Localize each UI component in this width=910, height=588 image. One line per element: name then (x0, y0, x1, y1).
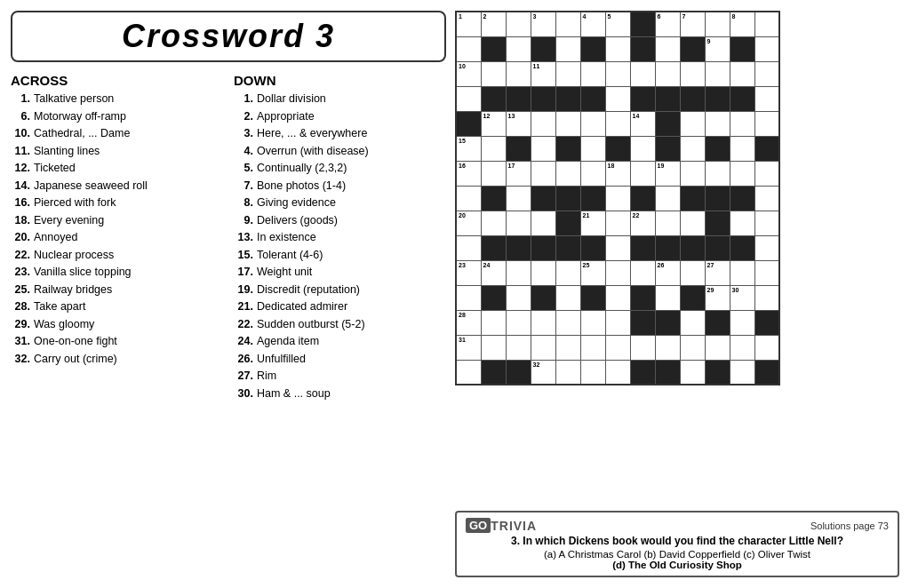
grid-cell-3-10 (705, 86, 730, 111)
clue-number: 4. (234, 144, 253, 160)
grid-cell-13-1 (481, 335, 506, 360)
clue-number: 14. (11, 179, 30, 195)
grid-cell-4-9 (680, 111, 705, 136)
cell-number-24: 24 (483, 262, 491, 268)
grid-cell-8-4 (555, 211, 580, 235)
grid-cell-10-4 (555, 260, 580, 285)
cell-number-28: 28 (459, 312, 466, 318)
grid-cell-14-2 (506, 360, 531, 385)
grid-cell-10-1: 24 (481, 260, 506, 285)
grid-cell-1-2 (506, 36, 531, 61)
clue-item: 16.Pierced with fork (11, 195, 223, 211)
cell-number-17: 17 (508, 163, 515, 169)
grid-cell-12-5 (580, 310, 605, 335)
grid-cell-8-1 (481, 211, 506, 235)
grid-cell-2-8 (655, 61, 680, 86)
grid-cell-8-3 (531, 211, 555, 235)
cell-number-23: 23 (459, 262, 466, 268)
cell-number-15: 15 (459, 138, 466, 144)
clue-text: Ham & ... soup (257, 386, 446, 402)
grid-cell-5-7 (630, 136, 655, 161)
clue-number: 32. (11, 352, 30, 368)
grid-cell-12-9 (680, 310, 705, 335)
clue-item: 4.Overrun (with disease) (234, 144, 446, 160)
cell-number-14: 14 (633, 113, 640, 119)
grid-cell-13-7 (630, 335, 655, 360)
grid-cell-12-7 (630, 310, 655, 335)
grid-cell-7-4 (555, 186, 580, 211)
clue-number: 22. (234, 317, 253, 333)
clue-item: 3.Here, ... & everywhere (234, 126, 446, 142)
grid-cell-14-4 (555, 360, 580, 385)
grid-cell-11-7 (630, 285, 655, 310)
clue-item: 22.Nuclear process (11, 248, 223, 264)
trivia-logo: GOTRIVIA (466, 518, 537, 533)
across-clues-list: 1.Talkative person6.Motorway off-ramp10.… (11, 91, 223, 367)
grid-cell-14-0 (456, 360, 481, 385)
clue-number: 21. (234, 299, 253, 315)
cell-number-30: 30 (732, 287, 739, 293)
cell-number-9: 9 (707, 38, 711, 44)
trivia-box: GOTRIVIA Solutions page 73 3. In which D… (455, 511, 899, 577)
grid-cell-2-2 (506, 61, 531, 86)
grid-cell-14-7 (630, 360, 655, 385)
clue-number: 30. (234, 386, 253, 402)
grid-cell-8-8 (655, 211, 680, 235)
clue-text: Agenda item (257, 334, 446, 350)
cell-number-7: 7 (682, 13, 686, 20)
clue-item: 11.Slanting lines (11, 144, 223, 160)
grid-cell-6-4 (555, 161, 580, 186)
grid-cell-14-10 (705, 360, 730, 385)
grid-cell-7-7 (630, 186, 655, 211)
clue-text: Continually (2,3,2) (257, 161, 446, 177)
grid-cell-5-12 (754, 136, 779, 161)
grid-cell-7-2 (506, 186, 531, 211)
grid-cell-13-5 (580, 335, 605, 360)
clue-text: Bone photos (1-4) (257, 179, 446, 195)
grid-cell-10-0: 23 (456, 260, 481, 285)
grid-cell-11-12 (754, 285, 779, 310)
clue-item: 22.Sudden outburst (5-2) (234, 317, 446, 333)
clue-number: 17. (234, 265, 253, 281)
grid-cell-8-7: 22 (630, 211, 655, 235)
grid-cell-9-11 (730, 235, 754, 260)
grid-cell-6-1 (481, 161, 506, 186)
grid-cell-13-0: 31 (456, 335, 481, 360)
down-clues-list: 1.Dollar division2.Appropriate3.Here, ..… (234, 91, 446, 401)
clue-item: 24.Agenda item (234, 334, 446, 350)
grid-cell-6-3 (531, 161, 555, 186)
grid-cell-4-10 (705, 111, 730, 136)
clue-item: 12.Ticketed (11, 161, 223, 177)
cell-number-10: 10 (459, 63, 466, 69)
grid-cell-7-1 (481, 186, 506, 211)
grid-cell-13-6 (605, 335, 630, 360)
grid-cell-9-3 (531, 235, 555, 260)
clue-number: 8. (234, 195, 253, 211)
grid-cell-4-11 (730, 111, 754, 136)
clue-item: 1.Dollar division (234, 91, 446, 107)
clue-text: Rim (257, 369, 446, 385)
cell-number-11: 11 (533, 63, 540, 69)
across-column: ACROSS 1.Talkative person6.Motorway off-… (11, 73, 223, 577)
grid-cell-1-10: 9 (705, 36, 730, 61)
grid-cell-2-6 (605, 61, 630, 86)
clue-item: 21.Dedicated admirer (234, 299, 446, 315)
grid-cell-4-12 (754, 111, 779, 136)
grid-cell-5-0: 15 (456, 136, 481, 161)
clue-number: 5. (234, 161, 253, 177)
clue-number: 2. (234, 109, 253, 125)
clue-number: 1. (234, 91, 253, 107)
grid-cell-7-12 (754, 186, 779, 211)
grid-cell-13-11 (730, 335, 754, 360)
cell-number-27: 27 (707, 262, 714, 268)
clue-item: 30.Ham & ... soup (234, 386, 446, 402)
grid-cell-4-6 (605, 111, 630, 136)
clue-item: 31.One-on-one fight (11, 334, 223, 350)
grid-cell-1-12 (754, 36, 779, 61)
grid-cell-13-4 (555, 335, 580, 360)
clue-text: Overrun (with disease) (257, 144, 446, 160)
grid-cell-7-5 (580, 186, 605, 211)
grid-cell-7-9 (680, 186, 705, 211)
clue-number: 16. (11, 195, 30, 211)
cell-number-5: 5 (608, 13, 611, 20)
